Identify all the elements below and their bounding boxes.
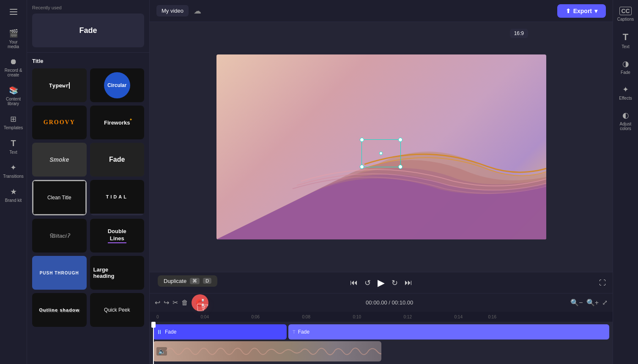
title-card-push-through[interactable]: PUSH THROUGH bbox=[32, 256, 87, 290]
sidebar-item-brand-kit[interactable]: ★ Brand kit bbox=[2, 184, 25, 206]
ruler-mark: 0:06 bbox=[209, 315, 260, 319]
zoom-out-button[interactable]: 🔍− bbox=[570, 299, 583, 307]
ruler-mark: 0:10 bbox=[310, 315, 361, 319]
sidebar-item-content-library[interactable]: 📚 Content library bbox=[2, 82, 25, 109]
left-navigation: 🎬 Your media ⏺ Record & create 📚 Content… bbox=[0, 0, 27, 364]
title-section: Title Typewr Circular bbox=[27, 53, 149, 332]
card-label: DoubleLines bbox=[108, 228, 126, 243]
title-card-clean-title[interactable]: Clean Title bbox=[32, 180, 87, 215]
circular-shape: Circular bbox=[104, 72, 130, 98]
sidebar-item-label: Transitions bbox=[3, 174, 24, 179]
cut-button[interactable]: ✂ bbox=[173, 299, 178, 307]
card-label: TIDAL bbox=[106, 194, 128, 199]
ruler-mark: 0:14 bbox=[412, 315, 463, 319]
title-card-quick-peek[interactable]: Quick Peek bbox=[90, 293, 145, 327]
sidebar-item-templates[interactable]: ⊞ Templates bbox=[2, 111, 25, 133]
sidebar-item-record-create[interactable]: ⏺ Record & create bbox=[2, 54, 25, 81]
library-icon: 📚 bbox=[9, 86, 18, 95]
preview-area: 16:9 bbox=[150, 22, 613, 272]
title-card-smoke[interactable]: Smoke bbox=[32, 143, 87, 177]
project-title-tab[interactable]: My video bbox=[156, 5, 189, 16]
skip-forward-button[interactable]: ⏭ bbox=[405, 278, 412, 287]
captions-label: Captions bbox=[617, 17, 634, 22]
duplicate-label: Duplicate bbox=[164, 278, 186, 284]
right-sidebar-text[interactable]: T Text bbox=[615, 28, 637, 52]
cloud-sync-icon: ☁ bbox=[194, 6, 201, 16]
title-card-large-heading[interactable]: Largeheading bbox=[90, 256, 145, 290]
skip-back-button[interactable]: ⏮ bbox=[350, 278, 358, 287]
magnet-button-container: 🧲 Duplicate ⌘ D ☞ bbox=[192, 294, 208, 311]
card-label: Fade bbox=[109, 156, 125, 163]
text-icon: T bbox=[11, 139, 16, 148]
panel-scroll[interactable]: Recently used Fade Title Typewr bbox=[27, 0, 149, 364]
title-card-outline-shadow[interactable]: Outline shadow bbox=[32, 293, 87, 327]
track-fade-2-label: Fade bbox=[298, 329, 309, 335]
timeline-track-area: ⏸ Fade T Fade 🔈 bbox=[150, 322, 613, 364]
main-content: My video ☁ ⬆ Export ▾ 16:9 bbox=[150, 0, 613, 364]
text-rs-label: Text bbox=[622, 44, 629, 49]
ruler-mark: 0:04 bbox=[158, 315, 209, 319]
track-fade-title[interactable]: ⏸ Fade bbox=[153, 324, 287, 340]
undo-button[interactable]: ↩ bbox=[155, 299, 160, 307]
title-section-label: Title bbox=[32, 58, 144, 64]
title-cards-grid: Typewr Circular GROOVY bbox=[32, 68, 144, 327]
timeline-time: 00:00.00 / 00:10.00 bbox=[212, 299, 567, 306]
right-sidebar-effects[interactable]: ✦ Effects bbox=[615, 81, 637, 104]
timeline-ruler: 0 0:04 0:06 0:08 0:10 0:12 0:14 0:16 bbox=[150, 312, 613, 322]
transitions-icon: ✦ bbox=[10, 163, 16, 172]
right-sidebar-fade[interactable]: ◑ Fade bbox=[615, 56, 637, 78]
sidebar-item-text[interactable]: T Text bbox=[2, 135, 25, 158]
sidebar-item-label: Your media bbox=[3, 40, 24, 49]
total-time: 00:10.00 bbox=[392, 299, 413, 306]
templates-icon: ⊞ bbox=[10, 114, 16, 124]
fade-rs-label: Fade bbox=[621, 70, 630, 75]
title-card-double-lines[interactable]: DoubleLines bbox=[90, 219, 145, 253]
fade-rs-icon: ◑ bbox=[622, 59, 629, 68]
zoom-in-button[interactable]: 🔍+ bbox=[586, 299, 599, 307]
redo-button[interactable]: ↪ bbox=[164, 299, 169, 307]
brand-kit-icon: ★ bbox=[10, 187, 17, 196]
adjust-colors-rs-label: Adjust colors bbox=[616, 122, 635, 131]
menu-button[interactable] bbox=[5, 3, 22, 20]
title-card-tidal[interactable]: TIDAL bbox=[90, 180, 145, 215]
adjust-colors-rs-icon: ◐ bbox=[622, 111, 629, 120]
fast-forward-button[interactable]: ↻ bbox=[392, 278, 398, 288]
right-sidebar: CC Captions T Text ◑ Fade ✦ Effects ◐ Ad… bbox=[613, 0, 638, 364]
shortcut-key2: D bbox=[203, 278, 211, 284]
card-label: Typewr bbox=[49, 82, 70, 89]
sidebar-item-your-media[interactable]: 🎬 Your media bbox=[2, 25, 25, 52]
right-sidebar-captions[interactable]: CC Captions bbox=[615, 3, 637, 25]
export-icon: ⬆ bbox=[566, 8, 571, 14]
play-button[interactable]: ▶ bbox=[378, 277, 385, 288]
media-icon: 🎬 bbox=[9, 29, 18, 38]
title-card-bitaci[interactable]: ʕBitaciʔ bbox=[32, 219, 87, 253]
track-fade-text[interactable]: T Fade bbox=[288, 324, 609, 340]
expand-button[interactable]: ⤢ bbox=[602, 299, 608, 307]
title-card-fade[interactable]: Fade bbox=[90, 143, 145, 177]
card-label: Fireworks bbox=[104, 120, 130, 126]
track-video[interactable]: 🔈 bbox=[153, 341, 381, 361]
export-button[interactable]: ⬆ Export ▾ bbox=[557, 4, 606, 18]
card-label: Clean Title bbox=[47, 195, 71, 201]
right-sidebar-adjust-colors[interactable]: ◐ Adjust colors bbox=[615, 107, 637, 134]
ruler-mark: 0:12 bbox=[361, 315, 412, 319]
card-label: GROOVY bbox=[44, 119, 75, 126]
aspect-ratio-button[interactable]: 16:9 bbox=[510, 29, 528, 38]
rewind-button[interactable]: ↺ bbox=[364, 278, 371, 288]
card-label: Outline shadow bbox=[39, 307, 79, 312]
title-card-groovy[interactable]: GROOVY bbox=[32, 106, 87, 139]
duplicate-tooltip: Duplicate ⌘ D bbox=[158, 275, 217, 287]
title-card-typewriter[interactable]: Typewr bbox=[32, 68, 87, 102]
title-card-fireworks[interactable]: Fireworks bbox=[90, 106, 145, 139]
card-label: Quick Peek bbox=[104, 307, 130, 313]
ruler-marks: 0 0:04 0:06 0:08 0:10 0:12 0:14 0:16 bbox=[153, 315, 496, 319]
sidebar-item-label: Content library bbox=[3, 97, 24, 106]
magnet-button[interactable]: 🧲 bbox=[192, 294, 208, 311]
sidebar-item-transitions[interactable]: ✦ Transitions bbox=[2, 160, 25, 182]
recently-used-fade-card[interactable]: Fade bbox=[32, 14, 144, 47]
menu-icon bbox=[10, 11, 17, 12]
recently-used-label: Recently used bbox=[32, 5, 144, 10]
fullscreen-button[interactable]: ⛶ bbox=[599, 279, 606, 287]
title-card-circular[interactable]: Circular bbox=[90, 68, 145, 102]
delete-button[interactable]: 🗑 bbox=[181, 299, 188, 307]
